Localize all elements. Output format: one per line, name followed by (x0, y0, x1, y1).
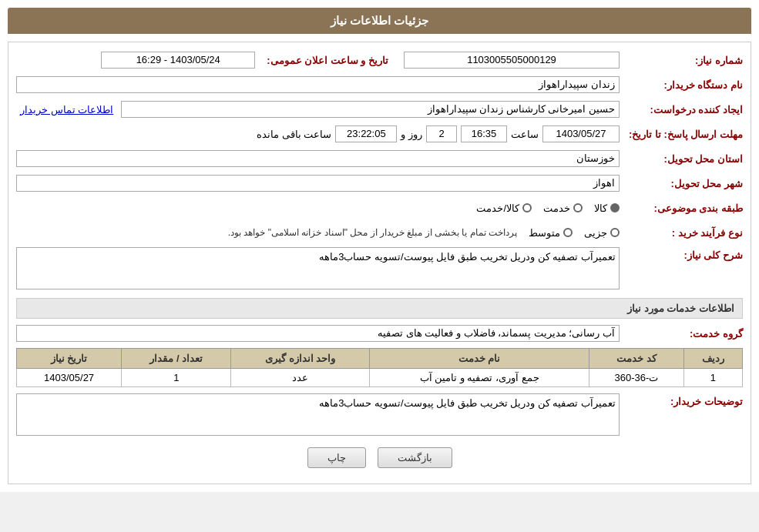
col-quantity: تعداد / مقدار (122, 349, 231, 369)
buyer-org-value: زندان سپیداراهواز (16, 76, 620, 93)
buyer-desc-label: توضیحات خریدار: (620, 393, 743, 407)
process-motavaset[interactable]: متوسط (529, 227, 573, 239)
announce-date-label: تاریخ و ساعت اعلان عمومی: (259, 55, 388, 66)
table-row: 1 ت-36-360 جمع آوری، تصفیه و تامین آب عد… (17, 369, 743, 387)
process-jozi-label: جزیی (584, 227, 607, 239)
city-value: اهواز (16, 175, 620, 192)
col-rownum: ردیف (683, 349, 742, 369)
process-jozi[interactable]: جزیی (584, 227, 620, 239)
process-notice: پرداخت تمام یا بخشی از مبلغ خریدار از مح… (16, 227, 517, 238)
category-kala-radio (610, 203, 620, 212)
category-kala-khedmat-label: کالا/خدمت (476, 202, 519, 214)
need-number-value: 1103005505000129 (404, 52, 620, 69)
category-option-kala[interactable]: کالا (594, 202, 620, 214)
category-khedmat-radio (573, 203, 583, 212)
reply-day: 2 (426, 125, 457, 142)
col-date: تاریخ نیاز (17, 349, 122, 369)
reply-countdown: 23:22:05 (335, 125, 397, 142)
contact-link[interactable]: اطلاعات تماس خریدار (20, 104, 113, 115)
services-table: ردیف کد خدمت نام خدمت واحد اندازه گیری ت… (16, 348, 743, 387)
back-button[interactable]: بازگشت (378, 447, 452, 468)
reply-countdown-label: ساعت باقی مانده (257, 129, 331, 140)
reply-deadline-label: مهلت ارسال پاسخ: تا تاریخ: (620, 129, 743, 140)
service-group-value: آب رسانی؛ مدیریت پسماند، فاضلاب و فعالیت… (16, 325, 620, 342)
print-button[interactable]: چاپ (307, 447, 366, 468)
province-label: استان محل تحویل: (620, 153, 743, 165)
creator-label: ایجاد کننده درخواست: (620, 104, 743, 115)
category-kala-label: کالا (594, 202, 607, 214)
category-khedmat-label: خدمت (543, 202, 570, 214)
cell-unit: عدد (231, 369, 369, 387)
col-service-name: نام خدمت (369, 349, 589, 369)
col-unit: واحد اندازه گیری (231, 349, 369, 369)
reply-day-label: روز و (401, 129, 422, 140)
category-option-kala-khedmat[interactable]: کالا/خدمت (476, 202, 532, 214)
reply-time: 16:35 (461, 125, 507, 142)
city-label: شهر محل تحویل: (620, 178, 743, 189)
category-option-khedmat[interactable]: خدمت (543, 202, 583, 214)
need-desc-textarea[interactable] (16, 247, 620, 289)
buyer-desc-textarea[interactable] (16, 393, 620, 436)
cell-rownum: 1 (683, 369, 742, 387)
service-group-label: گروه خدمت: (620, 328, 743, 340)
category-kala-khedmat-radio (522, 203, 532, 212)
buyer-org-label: نام دستگاه خریدار: (620, 79, 743, 91)
category-label: طبقه بندی موضوعی: (620, 202, 743, 214)
need-desc-label: شرح کلی نیاز: (620, 247, 743, 261)
cell-quantity: 1 (122, 369, 231, 387)
reply-date: 1403/05/27 (542, 125, 620, 142)
process-motavaset-label: متوسط (529, 227, 560, 239)
process-type-label: نوع فرآیند خرید : (620, 227, 743, 239)
cell-date: 1403/05/27 (17, 369, 122, 387)
process-motavaset-radio (563, 228, 573, 237)
cell-service-code: ت-36-360 (589, 369, 683, 387)
category-group: کالا خدمت کالا/خدمت (16, 202, 620, 214)
action-buttons: بازگشت چاپ (16, 447, 743, 476)
province-value: خوزستان (16, 150, 620, 167)
cell-service-name: جمع آوری، تصفیه و تامین آب (369, 369, 589, 387)
announce-date-value: 1403/05/24 - 16:29 (101, 52, 255, 69)
reply-time-label: ساعت (511, 129, 539, 140)
need-number-label: شماره نیاز: (620, 55, 743, 66)
service-info-header: اطلاعات خدمات مورد نیاز (16, 298, 743, 319)
col-service-code: کد خدمت (589, 349, 683, 369)
creator-value: حسین امیرخانی کارشناس زندان سپیداراهواز (121, 101, 620, 118)
page-title: جزئیات اطلاعات نیاز (8, 8, 751, 34)
process-group: جزیی متوسط پرداخت تمام یا بخشی از مبلغ خ… (16, 227, 620, 239)
process-jozi-radio (610, 228, 620, 237)
